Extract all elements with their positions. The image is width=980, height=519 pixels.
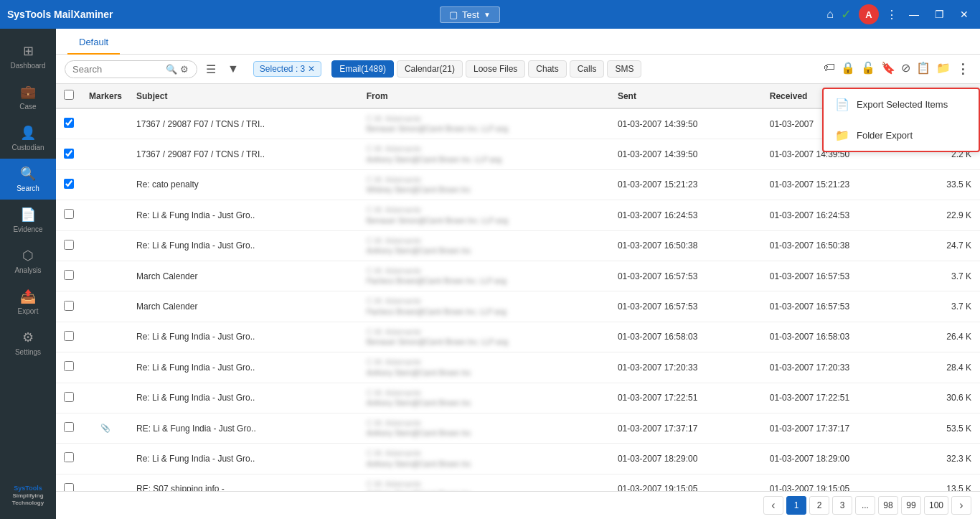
pill-email[interactable]: Email(1489) — [331, 60, 394, 78]
sidebar-item-evidence[interactable]: 📄 Evidence — [0, 200, 56, 240]
row-checkbox-cell[interactable] — [56, 474, 82, 491]
tag-icon[interactable]: 🏷 — [821, 59, 837, 79]
table-row: Re: cato penalty C.W. Adamante Whitney S… — [56, 169, 980, 200]
lock-icon[interactable]: 🔒 — [839, 59, 857, 79]
row-checkbox-cell[interactable] — [56, 261, 82, 291]
maximize-button[interactable]: ❐ — [930, 9, 948, 20]
select-all-checkbox[interactable] — [64, 90, 74, 100]
pill-loose-files[interactable]: Loose Files — [466, 60, 525, 78]
from-cell: C.W. Adamante Anthony Stern@Carré Brown … — [359, 474, 611, 491]
sidebar-label-dashboard: Dashboard — [11, 62, 46, 70]
search-icon[interactable]: 🔍 — [166, 64, 177, 75]
unlock-icon[interactable]: 🔓 — [859, 59, 877, 79]
table-row: Re: Li & Fung India - Just Gro.. C.W. Ad… — [56, 444, 980, 474]
table-row: Re: Li & Fung India - Just Gro.. C.W. Ad… — [56, 352, 980, 383]
page-button-3[interactable]: 3 — [832, 496, 852, 515]
pill-calls[interactable]: Calls — [570, 60, 605, 78]
sidebar-item-case[interactable]: 💼 Case — [0, 77, 56, 118]
row-checkbox-cell[interactable] — [56, 200, 82, 230]
table-row: March Calender C.W. Adamante Pacheco Bro… — [56, 291, 980, 322]
search-input[interactable] — [72, 64, 166, 75]
row-checkbox-cell[interactable] — [56, 230, 82, 261]
row-checkbox[interactable] — [64, 331, 74, 341]
size-cell: 22.9 K — [915, 200, 980, 230]
row-checkbox-cell[interactable] — [56, 108, 82, 139]
sidebar-item-dashboard[interactable]: ⊞ Dashboard — [0, 36, 56, 77]
row-checkbox-cell[interactable] — [56, 413, 82, 443]
search-settings-icon[interactable]: ⚙ — [180, 64, 189, 75]
subject-cell: Re: cato penalty — [129, 169, 359, 200]
pill-calendar[interactable]: Calendar(21) — [397, 60, 463, 78]
select-all-header[interactable] — [56, 84, 82, 108]
test-button[interactable]: ▢ Test ▼ — [440, 6, 500, 23]
from-cell: C.W. Adamante Bernauer Simon@Carré Brown… — [359, 108, 611, 139]
filter-button[interactable]: ▼ — [225, 60, 242, 78]
from-cell: C.W. Adamante Bernauer Simon@Carré Brown… — [359, 200, 611, 230]
row-checkbox-cell[interactable] — [56, 352, 82, 383]
sidebar-item-analysis[interactable]: ⬡ Analysis — [0, 240, 56, 281]
next-page-button[interactable]: › — [951, 496, 971, 515]
titlebar: SysTools MailXaminer ▢ Test ▼ ⌂ ✓ A ⋮ — … — [0, 0, 980, 29]
row-checkbox-cell[interactable] — [56, 291, 82, 322]
table-row: Re: Li & Fung India - Just Gro.. C.W. Ad… — [56, 200, 980, 230]
marker-cell: 📎 — [82, 413, 129, 443]
row-checkbox[interactable] — [64, 301, 74, 311]
block-icon[interactable]: ⊘ — [899, 59, 913, 79]
size-cell: 26.4 K — [915, 322, 980, 352]
page-button-100[interactable]: 100 — [924, 496, 948, 515]
row-checkbox[interactable] — [64, 483, 74, 491]
copy-icon[interactable]: 📋 — [914, 59, 933, 79]
size-cell: 33.5 K — [915, 169, 980, 200]
row-checkbox-cell[interactable] — [56, 139, 82, 169]
tab-default[interactable]: Default — [67, 31, 120, 55]
page-button-1[interactable]: 1 — [786, 496, 806, 515]
row-checkbox-cell[interactable] — [56, 444, 82, 474]
bookmark-icon[interactable]: 🔖 — [879, 59, 897, 79]
sidebar-item-search[interactable]: 🔍 Search — [0, 159, 56, 200]
page-button-2[interactable]: 2 — [809, 496, 829, 515]
menu-icon[interactable]: ⋮ — [886, 8, 897, 22]
home-icon[interactable]: ⌂ — [826, 8, 834, 21]
row-checkbox[interactable] — [64, 118, 74, 128]
minimize-button[interactable]: — — [905, 9, 923, 20]
row-checkbox[interactable] — [64, 361, 74, 371]
pill-sms[interactable]: SMS — [607, 60, 641, 78]
prev-page-button[interactable]: ‹ — [763, 496, 783, 515]
marker-cell — [82, 383, 129, 413]
more-icon[interactable]: ⋮ — [954, 59, 971, 79]
pill-chats[interactable]: Chats — [528, 60, 566, 78]
sidebar-item-custodian[interactable]: 👤 Custodian — [0, 118, 56, 159]
marker-cell — [82, 291, 129, 322]
row-checkbox-cell[interactable] — [56, 322, 82, 352]
row-checkbox-cell[interactable] — [56, 169, 82, 200]
subject-cell: Re: Li & Fung India - Just Gro.. — [129, 352, 359, 383]
page-button-98[interactable]: 98 — [878, 496, 898, 515]
sent-cell: 01-03-2007 17:37:17 — [611, 413, 763, 443]
check-icon[interactable]: ✓ — [841, 6, 852, 22]
clear-selected-icon[interactable]: ✕ — [308, 64, 315, 74]
custodian-icon: 👤 — [20, 125, 36, 141]
row-checkbox[interactable] — [64, 392, 74, 402]
row-checkbox[interactable] — [64, 452, 74, 462]
row-checkbox[interactable] — [64, 149, 74, 159]
close-button[interactable]: ✕ — [956, 9, 973, 20]
row-checkbox[interactable] — [64, 240, 74, 250]
view-toggle-button[interactable]: ☰ — [203, 60, 219, 79]
export-selected-icon: 📄 — [835, 98, 849, 111]
export-selected-item[interactable]: 📄 Export Selected Items — [824, 89, 979, 120]
row-checkbox[interactable] — [64, 209, 74, 219]
row-checkbox[interactable] — [64, 179, 74, 189]
avatar[interactable]: A — [859, 4, 879, 24]
sidebar-item-settings[interactable]: ⚙ Settings — [0, 322, 56, 363]
from-cell: C.W. Adamante Pacheco Brown@Carré Brown … — [359, 291, 611, 322]
sidebar-item-export[interactable]: 📤 Export — [0, 281, 56, 322]
content-area: Default 🔍 ⚙ ☰ ▼ Selected : 3 ✕ Email(148… — [56, 29, 980, 519]
marker-cell — [82, 352, 129, 383]
row-checkbox[interactable] — [64, 422, 74, 432]
page-button-99[interactable]: 99 — [901, 496, 921, 515]
row-checkbox[interactable] — [64, 270, 74, 280]
table-row: 📎 RE: Li & Fung India - Just Gro.. C.W. … — [56, 413, 980, 443]
row-checkbox-cell[interactable] — [56, 383, 82, 413]
folder-icon[interactable]: 📁 — [934, 59, 953, 79]
folder-export-item[interactable]: 📁 Folder Export — [824, 120, 979, 151]
